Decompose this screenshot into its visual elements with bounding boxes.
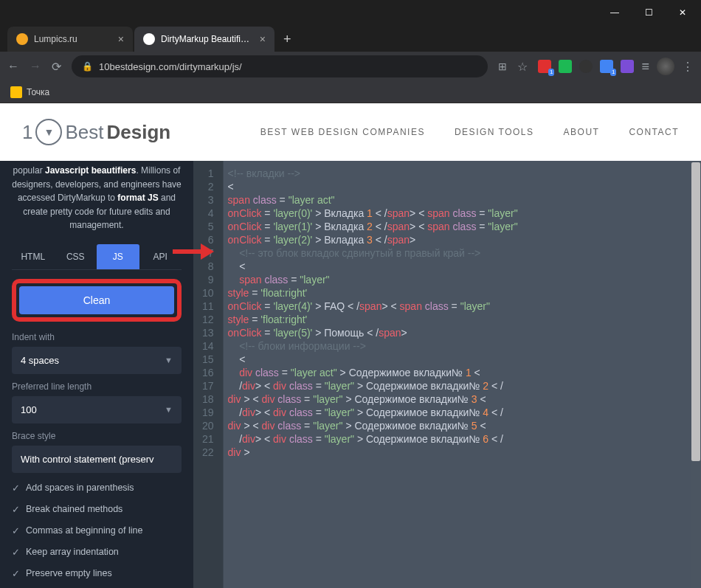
checkbox-row[interactable]: ✓Commas at beginning of line: [12, 520, 182, 542]
select-value: With control statement (preserv: [21, 454, 154, 465]
nav-link[interactable]: DESIGN TOOLS: [455, 127, 534, 137]
checkbox-icon: ✓: [12, 568, 20, 579]
logo-text: 1: [22, 121, 32, 144]
nav-link[interactable]: BEST WEB DESIGN COMPANIES: [260, 127, 425, 137]
sidebar: popular Javascript beautifiers. Millions…: [0, 161, 193, 588]
window-titlebar: — ☐ ✕: [0, 0, 701, 25]
close-icon[interactable]: ×: [118, 33, 124, 45]
line-length-select[interactable]: 100 ▼: [12, 396, 182, 423]
maximize-button[interactable]: ☐: [632, 0, 666, 25]
site-header: 1 ▼ BestDesign BEST WEB DESIGN COMPANIES…: [0, 103, 701, 161]
option-label: Brace style: [12, 431, 182, 441]
address-bar[interactable]: 🔒 10bestdesign.com/dirtymarkup/js/: [72, 55, 488, 77]
browser-tabs: Lumpics.ru × DirtyMarkup Beautifier · Ja…: [0, 25, 701, 52]
tab-api[interactable]: API: [139, 244, 182, 269]
close-icon[interactable]: ×: [260, 33, 266, 45]
option-label: Preferred line length: [12, 381, 182, 392]
checkbox-row[interactable]: ✓Break chained methods: [12, 499, 182, 520]
extension-icon[interactable]: [621, 60, 634, 73]
option-label: Indent with: [12, 332, 182, 342]
extension-icons: 1 1 ≡ ⋮: [538, 58, 694, 75]
favicon-icon: [143, 33, 155, 45]
logo-circle-icon: ▼: [35, 119, 62, 145]
close-button[interactable]: ✕: [666, 0, 700, 25]
brace-style-select[interactable]: With control statement (preserv: [12, 446, 182, 473]
select-value: 100: [21, 404, 37, 415]
checkbox-label: Commas at beginning of line: [26, 525, 142, 536]
bookmarks-bar: Точка: [0, 81, 701, 103]
line-gutter: 12345678910111213141516171819202122: [193, 161, 224, 588]
forward-icon[interactable]: →: [30, 60, 41, 73]
code-content[interactable]: <!-- вкладки --><span class = "layer act…: [224, 161, 701, 588]
url-text: 10bestdesign.com/dirtymarkup/js/: [99, 61, 242, 72]
clean-highlight: Clean: [12, 279, 182, 322]
chevron-down-icon: ▼: [165, 356, 173, 364]
logo-text: Design: [107, 121, 171, 144]
checkbox-row[interactable]: ✓Add spaces in parenthesis: [12, 477, 182, 499]
extension-icon[interactable]: 1: [538, 60, 551, 73]
nav-link[interactable]: CONTACT: [629, 127, 679, 137]
browser-tab-active[interactable]: DirtyMarkup Beautifier · Javascrip ×: [134, 27, 274, 52]
back-icon[interactable]: ←: [7, 60, 19, 73]
code-editor[interactable]: 12345678910111213141516171819202122 <!--…: [193, 161, 701, 588]
lock-icon: 🔒: [82, 61, 93, 72]
checkbox-icon: ✓: [12, 504, 20, 515]
select-value: 4 spaces: [21, 355, 59, 366]
checkbox-icon: ✓: [12, 525, 20, 536]
logo-text: Best: [65, 121, 103, 144]
checkbox-label: Keep array indentation: [26, 547, 119, 557]
new-tab-button[interactable]: +: [276, 27, 299, 52]
checkbox-icon: ✓: [12, 482, 20, 494]
reload-icon[interactable]: ⟳: [52, 60, 61, 74]
minimize-button[interactable]: —: [598, 0, 632, 25]
tab-html[interactable]: HTML: [12, 244, 55, 269]
favicon-icon: [16, 33, 28, 45]
checkbox-label: Preserve empty lines: [26, 568, 112, 578]
browser-tab[interactable]: Lumpics.ru ×: [7, 27, 133, 52]
description-text: popular Javascript beautifiers. Millions…: [12, 161, 182, 244]
checkbox-label: Add spaces in parenthesis: [26, 482, 134, 493]
extension-icon[interactable]: [579, 60, 593, 73]
chevron-down-icon: ▼: [165, 405, 173, 414]
scrollbar[interactable]: [691, 161, 701, 588]
kebab-icon[interactable]: ⋮: [682, 60, 694, 74]
checkbox-row[interactable]: ✓Preserve empty lines: [12, 563, 182, 584]
clean-button[interactable]: Clean: [19, 286, 174, 314]
browser-toolbar: ← → ⟳ 🔒 10bestdesign.com/dirtymarkup/js/…: [0, 52, 701, 81]
tab-title: DirtyMarkup Beautifier · Javascrip: [161, 34, 254, 44]
bookmark-folder-icon: [10, 86, 22, 98]
avatar[interactable]: [657, 58, 674, 75]
language-tabs: HTML CSS JS API: [12, 244, 182, 270]
checkbox-row[interactable]: ✓Keep array indentation: [12, 542, 182, 563]
checkbox-label: Break chained methods: [26, 504, 122, 514]
nav-link[interactable]: ABOUT: [564, 127, 600, 137]
bookmark-item[interactable]: Точка: [27, 87, 49, 97]
extension-icon[interactable]: 1: [600, 60, 613, 73]
logo[interactable]: 1 ▼ BestDesign: [22, 119, 170, 145]
tab-css[interactable]: CSS: [55, 244, 97, 269]
site-nav: BEST WEB DESIGN COMPANIES DESIGN TOOLS A…: [260, 127, 679, 137]
indent-select[interactable]: 4 spaces ▼: [12, 347, 182, 374]
star-icon[interactable]: ☆: [517, 60, 528, 74]
menu-icon[interactable]: ≡: [641, 59, 649, 75]
tab-title: Lumpics.ru: [34, 34, 112, 44]
tab-js[interactable]: JS: [97, 244, 139, 269]
translate-icon[interactable]: ⊞: [498, 60, 507, 72]
extension-icon[interactable]: [559, 60, 572, 73]
checkbox-icon: ✓: [12, 547, 20, 558]
